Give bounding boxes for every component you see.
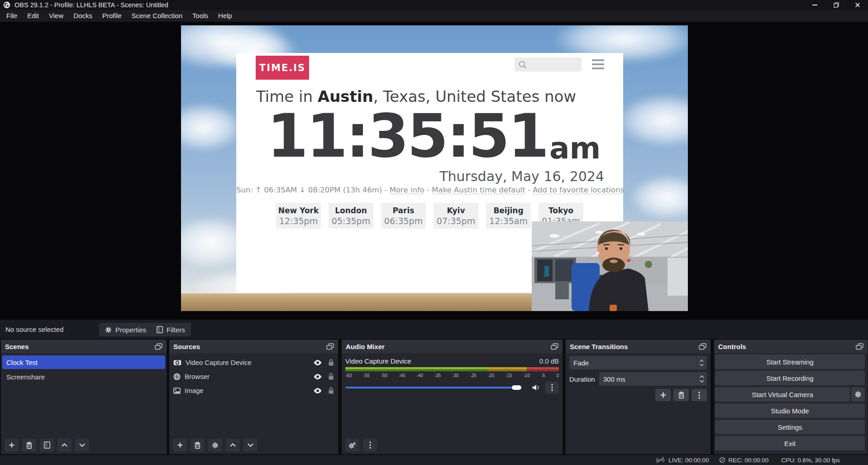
- menu-docks[interactable]: Docks: [68, 10, 97, 22]
- timeis-date: Thursday, May 16, 2024: [439, 168, 604, 184]
- scene-item-screenshare[interactable]: Screenshare: [2, 370, 165, 384]
- close-button[interactable]: [847, 0, 868, 10]
- virtual-camera-settings-button[interactable]: [851, 387, 865, 402]
- scene-filters-icon: [44, 441, 50, 449]
- double-gear-icon: [348, 442, 356, 449]
- sources-panel: Sources Video Capture Device: [169, 340, 338, 454]
- popout-icon[interactable]: [699, 343, 706, 350]
- more-info-link: More info: [390, 186, 424, 194]
- dock-area: Scenes Clock Test Screenshare: [0, 339, 868, 455]
- scenes-header: Scenes: [1, 340, 167, 353]
- spin-up-icon[interactable]: [700, 375, 704, 378]
- audio-mixer-title: Audio Mixer: [346, 343, 385, 350]
- sources-title: Sources: [173, 343, 200, 350]
- sources-toolbar: [169, 436, 338, 454]
- timeis-logo: TIME.IS: [256, 56, 309, 80]
- move-source-down-button[interactable]: [243, 439, 258, 452]
- city-card-kyiv: Kyiv07:35pm: [434, 203, 478, 229]
- timeis-sun-info: Sun: ↑ 06:35AM ↓ 08:20PM (13h 46m) - Mor…: [236, 186, 623, 194]
- start-virtual-camera-button[interactable]: Start Virtual Camera: [715, 387, 850, 402]
- source-status-text: No source selected: [5, 326, 63, 333]
- popout-icon[interactable]: [551, 343, 558, 350]
- menu-view[interactable]: View: [44, 10, 68, 22]
- source-properties-button[interactable]: [208, 439, 222, 452]
- move-scene-down-button[interactable]: [75, 439, 89, 452]
- mixer-options-button[interactable]: [545, 382, 559, 393]
- advanced-audio-button[interactable]: [345, 439, 359, 452]
- add-favorite-link: Add to favorite locations: [533, 186, 624, 194]
- duration-label: Duration: [569, 375, 595, 383]
- volume-slider[interactable]: [345, 385, 527, 390]
- gear-icon: [105, 326, 112, 333]
- remove-source-button[interactable]: [191, 439, 205, 452]
- filters-button[interactable]: Filters: [151, 323, 191, 336]
- transition-selected-value: Fade: [573, 359, 589, 367]
- menu-file[interactable]: File: [1, 10, 22, 22]
- source-row-image[interactable]: Image: [169, 384, 338, 398]
- chevron-down-icon: [700, 364, 704, 366]
- controls-title: Controls: [718, 343, 746, 350]
- volume-slider-handle[interactable]: [512, 385, 521, 390]
- plus-icon: [660, 392, 667, 398]
- menu-profile[interactable]: Profile: [97, 10, 127, 22]
- menu-help[interactable]: Help: [213, 10, 237, 22]
- controls-panel: Controls Start Streaming Start Recording…: [714, 340, 868, 454]
- eye-icon[interactable]: [313, 360, 322, 366]
- remove-scene-button[interactable]: [22, 439, 36, 452]
- transition-select[interactable]: Fade: [569, 356, 707, 369]
- transition-select-arrows[interactable]: [696, 356, 707, 369]
- title-bar: OBS 29.1.2 - Profile: LLHLS BETA - Scene…: [0, 0, 868, 10]
- menu-bar: File Edit View Docks Profile Scene Colle…: [0, 10, 868, 22]
- popout-icon[interactable]: [856, 343, 863, 350]
- volume-slider-fill: [345, 387, 513, 388]
- popout-icon[interactable]: [155, 343, 162, 350]
- menu-scene-collection[interactable]: Scene Collection: [127, 10, 188, 22]
- add-transition-button[interactable]: [655, 389, 671, 401]
- rec-time: REC: 00:00:00: [729, 457, 769, 464]
- lock-icon[interactable]: [328, 359, 334, 366]
- duration-spinner[interactable]: 300 ms: [599, 372, 707, 386]
- remove-transition-button[interactable]: [673, 389, 689, 401]
- menu-tools[interactable]: Tools: [187, 10, 213, 22]
- lock-icon[interactable]: [328, 373, 334, 380]
- controls-header: Controls: [714, 340, 868, 353]
- scene-item-clock-test[interactable]: Clock Test: [2, 355, 165, 369]
- move-scene-up-button[interactable]: [57, 439, 72, 452]
- program-preview[interactable]: TIME.IS Time in Austin, Texas, United St…: [181, 25, 688, 311]
- studio-mode-button[interactable]: Studio Mode: [715, 403, 865, 418]
- obs-window: OBS 29.1.2 - Profile: LLHLS BETA - Scene…: [0, 0, 868, 465]
- eye-icon[interactable]: [313, 374, 322, 380]
- source-row-browser[interactable]: Browser: [169, 369, 338, 384]
- mixer-menu-button[interactable]: [363, 439, 377, 452]
- minimize-button[interactable]: [804, 0, 825, 10]
- transition-properties-button[interactable]: [692, 389, 707, 401]
- hamburger-menu-icon: [592, 59, 604, 69]
- add-scene-button[interactable]: [5, 439, 19, 452]
- search-icon: [518, 60, 527, 69]
- exit-button[interactable]: Exit: [715, 436, 865, 451]
- timeis-ampm: am: [549, 131, 601, 166]
- move-source-up-button[interactable]: [226, 439, 240, 452]
- cpu-fps-stats: CPU: 0.6%, 30.00 fps: [781, 457, 840, 464]
- scene-filters-button[interactable]: [40, 439, 54, 452]
- speaker-icon[interactable]: [532, 384, 541, 391]
- eye-icon[interactable]: [313, 388, 322, 394]
- close-icon: [855, 2, 860, 8]
- city-card-beijing: Beijing12:35am: [486, 203, 531, 229]
- lock-icon[interactable]: [328, 387, 334, 394]
- restore-button[interactable]: [825, 0, 847, 10]
- trash-icon: [194, 441, 201, 449]
- start-streaming-button[interactable]: Start Streaming: [715, 355, 865, 369]
- chevron-down-icon: [248, 443, 253, 447]
- spin-down-icon[interactable]: [700, 380, 704, 383]
- add-source-button[interactable]: [173, 439, 187, 452]
- menu-edit[interactable]: Edit: [22, 10, 44, 22]
- source-row-video-capture[interactable]: Video Capture Device: [169, 355, 338, 369]
- audio-mixer-toolbar: [342, 436, 563, 454]
- scene-transitions-panel: Scene Transitions Fade D: [566, 340, 711, 454]
- properties-button[interactable]: Properties: [99, 323, 152, 336]
- scenes-title: Scenes: [5, 343, 29, 350]
- settings-button[interactable]: Settings: [715, 420, 865, 434]
- start-recording-button[interactable]: Start Recording: [715, 371, 865, 385]
- popout-icon[interactable]: [326, 343, 334, 350]
